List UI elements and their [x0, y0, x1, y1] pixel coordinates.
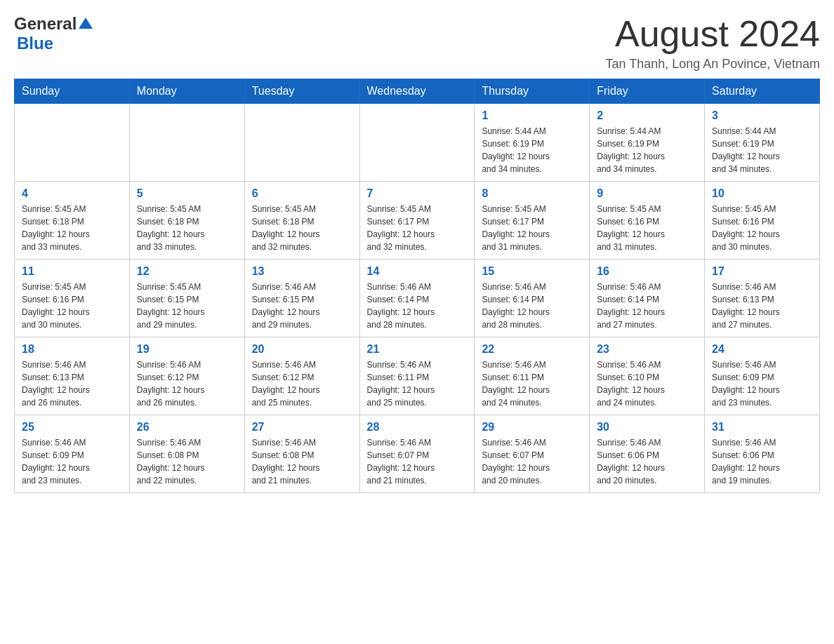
day-number: 27 [252, 421, 352, 434]
day-info: Sunrise: 5:46 AM Sunset: 6:14 PM Dayligh… [482, 281, 582, 331]
day-info: Sunrise: 5:46 AM Sunset: 6:12 PM Dayligh… [137, 358, 237, 409]
calendar-day-cell [129, 104, 244, 182]
calendar-day-cell: 4Sunrise: 5:45 AM Sunset: 6:18 PM Daylig… [15, 182, 130, 260]
day-number: 16 [597, 265, 697, 278]
calendar-day-cell: 20Sunrise: 5:46 AM Sunset: 6:12 PM Dayli… [244, 337, 359, 415]
calendar-day-cell: 18Sunrise: 5:46 AM Sunset: 6:13 PM Dayli… [15, 337, 130, 415]
day-info: Sunrise: 5:45 AM Sunset: 6:18 PM Dayligh… [252, 203, 352, 253]
calendar-week-row: 1Sunrise: 5:44 AM Sunset: 6:19 PM Daylig… [15, 104, 820, 182]
calendar-week-row: 4Sunrise: 5:45 AM Sunset: 6:18 PM Daylig… [15, 182, 820, 260]
day-number: 9 [597, 187, 697, 200]
day-number: 23 [597, 343, 697, 356]
day-info: Sunrise: 5:46 AM Sunset: 6:09 PM Dayligh… [712, 358, 812, 409]
day-number: 21 [367, 343, 468, 356]
day-number: 18 [22, 343, 122, 356]
calendar-day-cell: 3Sunrise: 5:44 AM Sunset: 6:19 PM Daylig… [705, 104, 820, 182]
day-info: Sunrise: 5:46 AM Sunset: 6:13 PM Dayligh… [22, 358, 122, 409]
month-title: August 2024 [605, 14, 820, 54]
calendar-day-cell: 31Sunrise: 5:46 AM Sunset: 6:06 PM Dayli… [705, 415, 820, 493]
calendar-day-cell: 11Sunrise: 5:45 AM Sunset: 6:16 PM Dayli… [15, 260, 130, 337]
day-info: Sunrise: 5:46 AM Sunset: 6:07 PM Dayligh… [367, 436, 468, 487]
logo-triangle-icon [79, 18, 93, 29]
calendar-day-cell: 24Sunrise: 5:46 AM Sunset: 6:09 PM Dayli… [705, 337, 820, 415]
calendar-day-cell: 9Sunrise: 5:45 AM Sunset: 6:16 PM Daylig… [590, 182, 705, 260]
calendar-day-cell [359, 104, 475, 182]
calendar-day-cell: 6Sunrise: 5:45 AM Sunset: 6:18 PM Daylig… [244, 182, 359, 260]
day-number: 5 [137, 187, 237, 200]
day-number: 25 [22, 421, 122, 434]
day-info: Sunrise: 5:46 AM Sunset: 6:11 PM Dayligh… [367, 358, 468, 409]
calendar-weekday-wednesday: Wednesday [359, 79, 475, 104]
day-number: 31 [712, 421, 812, 434]
day-info: Sunrise: 5:44 AM Sunset: 6:19 PM Dayligh… [597, 125, 697, 175]
day-number: 3 [712, 109, 812, 122]
calendar-day-cell: 8Sunrise: 5:45 AM Sunset: 6:17 PM Daylig… [475, 182, 590, 260]
calendar-day-cell: 13Sunrise: 5:46 AM Sunset: 6:15 PM Dayli… [244, 260, 359, 337]
day-info: Sunrise: 5:46 AM Sunset: 6:08 PM Dayligh… [137, 436, 237, 487]
location-title: Tan Thanh, Long An Povince, Vietnam [605, 57, 820, 72]
day-number: 4 [22, 187, 122, 200]
day-number: 28 [367, 421, 468, 434]
calendar-header-row: SundayMondayTuesdayWednesdayThursdayFrid… [15, 79, 820, 104]
day-info: Sunrise: 5:46 AM Sunset: 6:13 PM Dayligh… [712, 281, 812, 331]
day-number: 19 [137, 343, 237, 356]
calendar-day-cell: 12Sunrise: 5:45 AM Sunset: 6:15 PM Dayli… [129, 260, 244, 337]
logo-general-text: General [14, 14, 77, 34]
calendar-day-cell: 28Sunrise: 5:46 AM Sunset: 6:07 PM Dayli… [359, 415, 475, 493]
day-number: 14 [367, 265, 468, 278]
day-number: 2 [597, 109, 697, 122]
calendar-weekday-saturday: Saturday [705, 79, 820, 104]
day-info: Sunrise: 5:46 AM Sunset: 6:14 PM Dayligh… [367, 281, 468, 331]
day-info: Sunrise: 5:46 AM Sunset: 6:06 PM Dayligh… [597, 436, 697, 487]
day-info: Sunrise: 5:46 AM Sunset: 6:11 PM Dayligh… [482, 358, 582, 409]
day-info: Sunrise: 5:44 AM Sunset: 6:19 PM Dayligh… [712, 125, 812, 175]
calendar-day-cell: 19Sunrise: 5:46 AM Sunset: 6:12 PM Dayli… [129, 337, 244, 415]
calendar-week-row: 25Sunrise: 5:46 AM Sunset: 6:09 PM Dayli… [15, 415, 820, 493]
calendar-day-cell: 17Sunrise: 5:46 AM Sunset: 6:13 PM Dayli… [705, 260, 820, 337]
logo: General Blue [14, 14, 93, 53]
logo-blue-text: Blue [17, 34, 93, 53]
calendar-weekday-thursday: Thursday [475, 79, 590, 104]
calendar-day-cell [244, 104, 359, 182]
day-info: Sunrise: 5:45 AM Sunset: 6:16 PM Dayligh… [712, 203, 812, 253]
calendar-table: SundayMondayTuesdayWednesdayThursdayFrid… [14, 79, 820, 493]
calendar-day-cell: 7Sunrise: 5:45 AM Sunset: 6:17 PM Daylig… [359, 182, 475, 260]
day-info: Sunrise: 5:46 AM Sunset: 6:14 PM Dayligh… [597, 281, 697, 331]
day-number: 6 [252, 187, 352, 200]
day-info: Sunrise: 5:45 AM Sunset: 6:17 PM Dayligh… [367, 203, 468, 253]
day-info: Sunrise: 5:46 AM Sunset: 6:09 PM Dayligh… [22, 436, 122, 487]
day-number: 20 [252, 343, 352, 356]
calendar-weekday-sunday: Sunday [15, 79, 130, 104]
calendar-day-cell [15, 104, 130, 182]
calendar-day-cell: 23Sunrise: 5:46 AM Sunset: 6:10 PM Dayli… [590, 337, 705, 415]
day-info: Sunrise: 5:45 AM Sunset: 6:18 PM Dayligh… [22, 203, 122, 253]
calendar-weekday-friday: Friday [590, 79, 705, 104]
day-number: 7 [367, 187, 468, 200]
day-number: 15 [482, 265, 582, 278]
calendar-day-cell: 22Sunrise: 5:46 AM Sunset: 6:11 PM Dayli… [475, 337, 590, 415]
calendar-day-cell: 26Sunrise: 5:46 AM Sunset: 6:08 PM Dayli… [129, 415, 244, 493]
day-info: Sunrise: 5:45 AM Sunset: 6:16 PM Dayligh… [22, 281, 122, 331]
calendar-day-cell: 14Sunrise: 5:46 AM Sunset: 6:14 PM Dayli… [359, 260, 475, 337]
calendar-day-cell: 30Sunrise: 5:46 AM Sunset: 6:06 PM Dayli… [590, 415, 705, 493]
day-info: Sunrise: 5:45 AM Sunset: 6:18 PM Dayligh… [137, 203, 237, 253]
day-number: 11 [22, 265, 122, 278]
day-info: Sunrise: 5:46 AM Sunset: 6:07 PM Dayligh… [482, 436, 582, 487]
day-number: 17 [712, 265, 812, 278]
calendar-day-cell: 2Sunrise: 5:44 AM Sunset: 6:19 PM Daylig… [590, 104, 705, 182]
day-number: 1 [482, 109, 582, 122]
day-info: Sunrise: 5:45 AM Sunset: 6:15 PM Dayligh… [137, 281, 237, 331]
calendar-day-cell: 1Sunrise: 5:44 AM Sunset: 6:19 PM Daylig… [475, 104, 590, 182]
day-info: Sunrise: 5:45 AM Sunset: 6:16 PM Dayligh… [597, 203, 697, 253]
day-number: 13 [252, 265, 352, 278]
calendar-day-cell: 15Sunrise: 5:46 AM Sunset: 6:14 PM Dayli… [475, 260, 590, 337]
day-number: 29 [482, 421, 582, 434]
day-number: 24 [712, 343, 812, 356]
day-info: Sunrise: 5:45 AM Sunset: 6:17 PM Dayligh… [482, 203, 582, 253]
calendar-week-row: 11Sunrise: 5:45 AM Sunset: 6:16 PM Dayli… [15, 260, 820, 337]
day-number: 26 [137, 421, 237, 434]
calendar-weekday-tuesday: Tuesday [244, 79, 359, 104]
day-number: 8 [482, 187, 582, 200]
day-info: Sunrise: 5:46 AM Sunset: 6:10 PM Dayligh… [597, 358, 697, 409]
day-number: 10 [712, 187, 812, 200]
